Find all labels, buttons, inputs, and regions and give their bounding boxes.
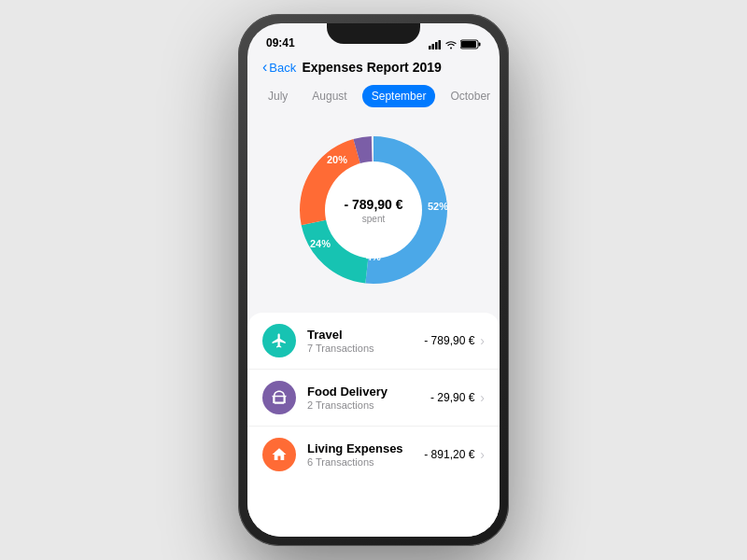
status-time: 09:41 [266,36,295,49]
living-amount: - 891,20 € [424,448,474,461]
page-title: Expenses Report 2019 [296,60,447,75]
signal-icon [429,40,442,49]
segment-label-orange: 24% [310,238,331,249]
food-amount: - 29,90 € [430,391,474,404]
battery-icon [460,39,481,49]
back-button[interactable]: ‹ Back [262,59,296,76]
travel-amount: - 789,90 € [424,334,474,347]
travel-plane-icon [271,332,288,349]
living-info: Living Expenses 6 Transactions [307,441,424,468]
food-chevron-icon: › [480,390,485,405]
tab-september[interactable]: September [362,85,436,107]
food-icon [262,381,296,414]
living-chevron-icon: › [480,447,485,462]
chart-spent-label: spent [344,214,402,224]
back-label: Back [269,61,296,75]
travel-sub: 7 Transactions [307,343,424,354]
list-item-food[interactable]: Food Delivery 2 Transactions - 29,90 € › [247,370,500,427]
month-tabs: July August September October Nov [247,85,500,117]
segment-label-blue: 52% [428,201,448,212]
tab-october[interactable]: October [441,85,500,107]
donut-chart: - 789,90 € spent 20% 52% 24% 4% [289,126,458,294]
segment-label-purple: 4% [366,251,381,262]
wifi-icon [445,40,457,49]
chart-area: - 789,90 € spent 20% 52% 24% 4% [247,117,500,313]
svg-rect-6 [479,43,481,47]
living-name: Living Expenses [307,441,424,455]
travel-name: Travel [307,328,424,342]
chart-amount: - 789,90 € [344,197,402,212]
food-sub: 2 Transactions [307,399,430,411]
svg-rect-0 [429,46,431,49]
travel-info: Travel 7 Transactions [307,328,424,354]
svg-rect-3 [439,40,442,49]
living-sub: 6 Transactions [307,456,424,468]
living-home-icon [271,446,288,463]
list-item-travel[interactable]: Travel 7 Transactions - 789,90 € › [247,313,500,370]
food-info: Food Delivery 2 Transactions [307,385,430,411]
tab-august[interactable]: August [303,85,356,107]
nav-bar: ‹ Back Expenses Report 2019 [247,53,500,85]
phone-notch [327,23,420,44]
phone-screen: 09:41 [247,23,500,537]
food-burger-icon [271,389,288,406]
segment-label-teal: 20% [327,154,347,165]
status-icons [429,39,481,49]
svg-rect-2 [435,42,438,49]
phone-device: 09:41 [238,14,509,546]
travel-icon [262,324,296,357]
svg-point-4 [450,47,452,49]
tab-july[interactable]: July [259,85,297,107]
svg-rect-7 [461,41,476,48]
donut-center-text: - 789,90 € spent [344,197,402,224]
living-icon [262,438,296,471]
expense-list: Travel 7 Transactions - 789,90 € › Food … [247,313,500,537]
food-name: Food Delivery [307,385,430,399]
back-chevron-icon: ‹ [262,59,267,76]
list-item-living[interactable]: Living Expenses 6 Transactions - 891,20 … [247,427,500,483]
svg-rect-1 [432,44,435,49]
travel-chevron-icon: › [480,333,485,348]
